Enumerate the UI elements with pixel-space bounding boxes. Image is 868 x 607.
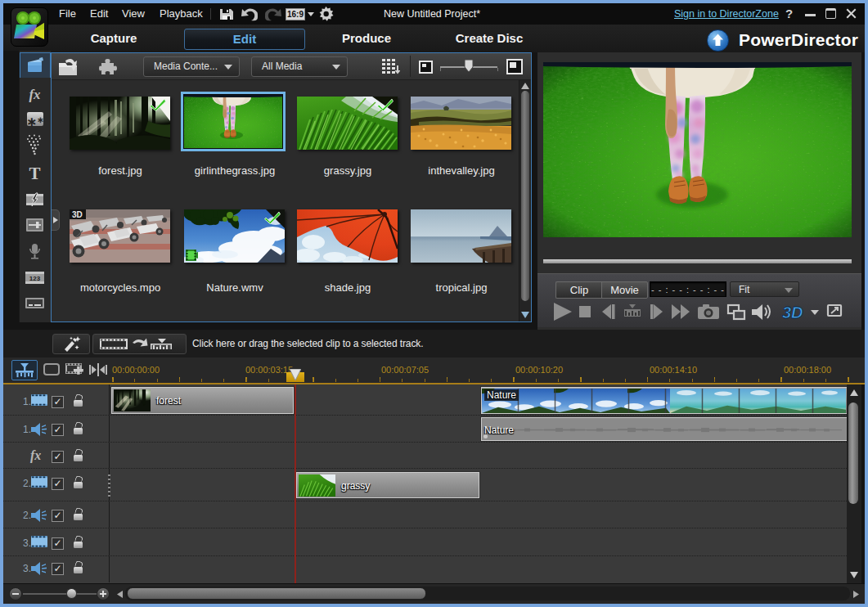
svg-text:3D: 3D (782, 304, 803, 321)
svg-text:123: 123 (29, 275, 41, 282)
svg-text:3D: 3D (72, 210, 83, 219)
